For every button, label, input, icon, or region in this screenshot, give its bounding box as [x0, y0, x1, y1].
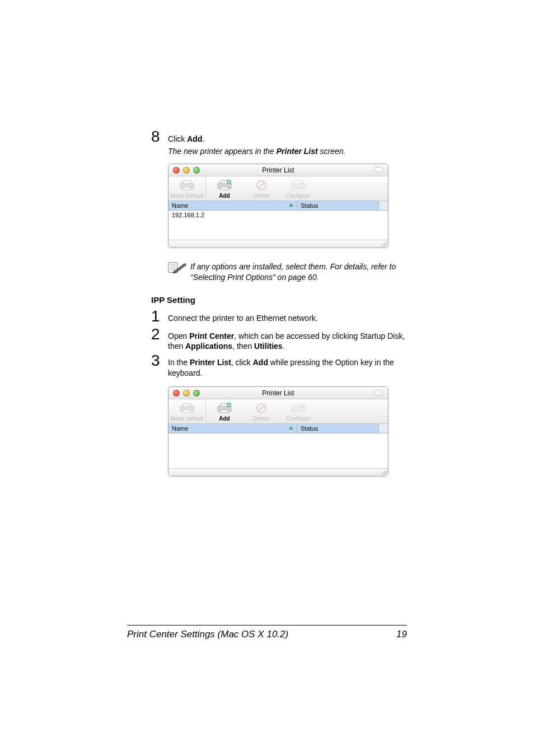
list-body	[168, 433, 388, 468]
printer-list-window-2: Printer List Make Default Add	[168, 386, 405, 477]
column-name[interactable]: Name	[168, 201, 297, 210]
step-3-text: In the Printer List, click Add while pre…	[168, 352, 405, 379]
step-number: 8	[151, 129, 161, 144]
column-name-label: Name	[172, 202, 188, 209]
column-scroll-gutter	[379, 201, 388, 210]
configure-icon	[291, 402, 306, 414]
svg-rect-2	[183, 187, 191, 190]
toolbar: Make Default Add Delete	[168, 176, 388, 201]
t: , click	[231, 358, 253, 367]
step-8-result-post: screen.	[318, 147, 346, 156]
forbid-icon	[256, 179, 267, 192]
svg-rect-17	[183, 404, 191, 407]
step-8-pre: Click	[168, 134, 187, 143]
table-row[interactable]: 192.168.1.2	[168, 211, 388, 218]
statusbar	[168, 240, 388, 248]
step-8-bold: Add	[187, 134, 202, 143]
printer-add-icon	[217, 179, 232, 192]
t: Print Center	[189, 332, 234, 340]
window-title: Printer List	[168, 164, 388, 176]
note-icon	[168, 262, 190, 274]
statusbar	[168, 468, 388, 476]
svg-rect-21	[221, 410, 228, 413]
add-button[interactable]: Add	[206, 399, 243, 423]
step-8-text: Click Add.	[168, 134, 204, 143]
svg-line-24	[259, 405, 265, 412]
t: .	[283, 342, 285, 351]
t: Utilities	[254, 342, 283, 351]
configure-label: Configure	[286, 416, 310, 422]
delete-button: Delete	[243, 176, 280, 200]
column-status-label: Status	[301, 425, 318, 432]
titlebar: Printer List	[168, 387, 388, 399]
window-title: Printer List	[168, 387, 388, 399]
step-8: 8 Click Add.	[151, 129, 405, 144]
step-number: 1	[151, 308, 161, 325]
t: Open	[168, 332, 189, 340]
configure-label: Configure	[286, 193, 310, 199]
t: Printer List	[190, 358, 231, 367]
resize-grip-icon[interactable]	[380, 240, 387, 246]
printer-add-icon	[217, 402, 232, 414]
page-footer: Print Center Settings (Mac OS X 10.2) 19	[127, 625, 407, 640]
delete-label: Delete	[254, 193, 270, 199]
step-number: 2	[151, 326, 161, 352]
list-body: 192.168.1.2	[168, 211, 388, 240]
footer-title: Print Center Settings (Mac OS X 10.2)	[127, 629, 288, 640]
delete-button: Delete	[243, 399, 280, 423]
configure-icon	[291, 179, 306, 192]
column-name-label: Name	[172, 425, 188, 432]
add-label: Add	[219, 416, 229, 422]
step-8-result-pre: The new printer appears in the	[168, 147, 277, 156]
titlebar: Printer List	[168, 164, 388, 176]
toolbar-toggle-icon[interactable]	[373, 167, 383, 172]
delete-label: Delete	[254, 416, 270, 422]
step-8-result: The new printer appears in the Printer L…	[168, 147, 405, 156]
svg-rect-1	[183, 181, 191, 184]
note: If any options are installed, select the…	[168, 262, 405, 283]
column-status[interactable]: Status	[297, 424, 379, 433]
note-text: If any options are installed, select the…	[190, 262, 405, 283]
step-3: 3 In the Printer List, click Add while p…	[151, 352, 405, 379]
toolbar-toggle-icon[interactable]	[373, 390, 383, 395]
page-number: 19	[396, 629, 407, 640]
t: , then	[232, 342, 254, 351]
add-button[interactable]: Add	[206, 176, 243, 200]
column-name[interactable]: Name	[168, 424, 297, 433]
step-1: 1 Connect the printer to an Ethernet net…	[151, 308, 405, 325]
printer-list-window-1: Printer List Make Default Add	[168, 164, 405, 248]
column-header: Name Status	[168, 201, 388, 211]
configure-button: Configure	[280, 176, 317, 200]
add-label: Add	[219, 193, 229, 199]
make-default-button: Make Default	[168, 176, 205, 200]
t: Add	[253, 358, 268, 367]
step-8-post: .	[202, 134, 204, 143]
sort-asc-icon	[289, 426, 293, 430]
column-status[interactable]: Status	[297, 201, 379, 210]
configure-button: Configure	[280, 399, 317, 423]
make-default-label: Make Default	[171, 416, 204, 422]
sort-asc-icon	[289, 203, 293, 207]
column-header: Name Status	[168, 424, 388, 433]
t: In the	[168, 358, 190, 367]
make-default-label: Make Default	[171, 193, 204, 199]
printer-icon	[180, 402, 194, 414]
column-status-label: Status	[301, 202, 318, 209]
svg-rect-18	[183, 410, 191, 413]
column-scroll-gutter	[379, 424, 388, 433]
step-1-text: Connect the printer to an Ethernet netwo…	[168, 308, 318, 325]
printer-ip: 192.168.1.2	[172, 212, 204, 218]
mac-window: Printer List Make Default Add	[168, 164, 388, 248]
step-number: 3	[151, 352, 161, 379]
make-default-button: Make Default	[168, 399, 205, 423]
forbid-icon	[256, 402, 267, 414]
step-2: 2 Open Print Center, which can be access…	[151, 326, 405, 352]
step-2-text: Open Print Center, which can be accessed…	[168, 326, 405, 352]
section-heading: IPP Setting	[151, 295, 405, 305]
step-list: 1 Connect the printer to an Ethernet net…	[151, 308, 405, 379]
mac-window: Printer List Make Default Add	[168, 386, 388, 477]
page: 8 Click Add. The new printer appears in …	[0, 0, 534, 756]
printer-icon	[180, 179, 194, 192]
resize-grip-icon[interactable]	[380, 468, 387, 475]
toolbar: Make Default Add Delete	[168, 399, 388, 424]
